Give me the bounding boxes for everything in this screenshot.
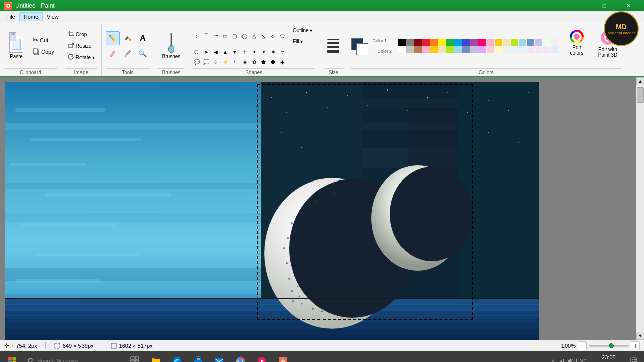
color-gray[interactable] [406,39,414,46]
shape-arrow-right[interactable]: ▷ [192,31,201,40]
shape-callout2[interactable]: 💭 [202,57,211,66]
color-lightgray[interactable] [551,39,558,46]
shape-star5[interactable]: ✦ [259,47,268,56]
shape-right-triangle[interactable]: ◺ [259,31,268,40]
fill-tool[interactable] [121,31,135,45]
shape-left-arrow[interactable]: ◀ [211,47,220,56]
text-tool[interactable]: A [136,31,150,45]
color-lavender[interactable] [535,39,542,46]
color-yellowgreen[interactable] [446,46,454,53]
color-lightyellow[interactable] [495,46,502,53]
shape-misc2[interactable]: ✿ [250,57,259,66]
taskbar-search[interactable]: Search Windows [23,352,124,362]
minimize-button[interactable]: ─ [569,0,592,11]
zoom-slider[interactable] [589,343,629,349]
crop-button[interactable]: Crop [65,29,97,39]
color-pink2[interactable] [422,46,430,53]
cut-button[interactable]: ✂ Cut [30,35,57,45]
canvas-scroll-area[interactable] [0,77,644,340]
menu-file[interactable]: File [2,13,19,21]
shape-down-arrow[interactable]: ▼ [230,47,239,56]
color-amber[interactable] [430,46,438,53]
color-palecyan[interactable] [519,46,526,53]
color-blue[interactable] [454,39,462,46]
color-periwinkle[interactable] [470,46,478,53]
menu-home[interactable]: Home [19,12,43,21]
color-darkred[interactable] [414,39,422,46]
color-gold[interactable] [495,39,502,46]
scroll-up-button[interactable]: ▲ [636,77,644,85]
maximize-button[interactable]: □ [593,0,616,11]
color-indigo[interactable] [462,39,470,46]
shape-rect[interactable]: ▭ [221,31,230,40]
eraser-tool[interactable] [106,46,120,60]
taskbar-chrome[interactable] [230,352,251,362]
show-hidden-tray[interactable]: ∧ [551,358,555,363]
shape-pentagon[interactable]: ⬠ [278,31,287,40]
color-cream[interactable] [503,39,510,46]
taskbar-store[interactable] [188,352,208,362]
shape-misc3[interactable]: ⬟ [259,57,268,66]
shape-misc5[interactable]: ◉ [278,57,287,66]
color-black[interactable] [398,39,406,46]
color-rosepetal[interactable] [487,46,494,53]
taskbar-taskview[interactable] [125,352,145,362]
zoom-in-button[interactable]: + [631,341,640,350]
color-skyblue[interactable] [454,46,462,53]
zoom-out-button[interactable]: − [578,341,587,350]
fill-shapes-button[interactable]: Fill ▾ [290,36,315,46]
close-button[interactable]: ✕ [617,0,640,11]
color-pink[interactable] [478,39,486,46]
shape-callout1[interactable]: 💬 [192,57,201,66]
outline-button[interactable]: Outline ▾ [290,25,315,35]
size-selector[interactable] [324,32,343,60]
shape-triangle[interactable]: △ [250,31,259,40]
edit-colors-button[interactable]: Edit colors [565,27,589,58]
color-lightpink[interactable] [487,39,494,46]
color-tan[interactable] [438,46,446,53]
scroll-thumb[interactable] [637,87,644,103]
paint-canvas[interactable] [5,82,539,340]
color2-swatch[interactable] [356,43,368,55]
copy-button[interactable]: Copy [30,47,57,57]
color-lime[interactable] [511,39,518,46]
notification-icon[interactable] [630,357,638,362]
shape-heart[interactable]: ♡ [211,57,220,66]
color-ghostblue[interactable] [551,46,558,53]
shape-star6[interactable]: ✶ [269,47,278,56]
clock[interactable]: 23:05 15-06-2020 [592,353,626,362]
zoom-thumb[interactable] [609,343,614,348]
taskbar-mail[interactable] [209,352,229,362]
shape-rounded[interactable]: ▿ [278,47,287,56]
color-yellow[interactable] [438,39,446,46]
shape-squiggle[interactable]: 〜 [211,31,220,40]
shape-rounded-rect[interactable]: ▢ [230,31,239,40]
taskbar-edge[interactable] [167,352,187,362]
shape-diamond[interactable]: ◇ [269,31,278,40]
paste-button[interactable]: Paste [4,32,28,60]
color-green[interactable] [446,39,454,46]
resize-button[interactable]: Resize [65,41,97,51]
color-lightblue[interactable] [519,39,526,46]
pencil-tool[interactable]: ✏️ [106,31,120,45]
color-white[interactable] [398,46,406,53]
shape-lightning[interactable]: ⚡ [221,57,230,66]
color-steelblue[interactable] [527,39,534,46]
color-orange[interactable] [430,39,438,46]
vertical-scrollbar[interactable]: ▲ ▼ [636,77,644,340]
color-mintwhite[interactable] [543,39,550,46]
brushes-button[interactable]: Brushes [158,32,184,60]
shape-four-arrow[interactable]: ✛ [240,47,249,56]
color-mintgreen[interactable] [503,46,510,53]
color-palelilac[interactable] [527,46,534,53]
color-iceblue[interactable] [511,46,518,53]
menu-view[interactable]: View [43,13,63,21]
color-purple[interactable] [470,39,478,46]
color-red[interactable] [422,39,430,46]
shape-misc1[interactable]: ◈ [240,57,249,66]
shape-hexagon[interactable]: ⬡ [192,47,201,56]
color-silver[interactable] [406,46,414,53]
magnifier-tool[interactable]: 🔍 [136,46,150,60]
color-picker-tool[interactable] [121,46,135,60]
network-icon[interactable] [557,357,565,362]
